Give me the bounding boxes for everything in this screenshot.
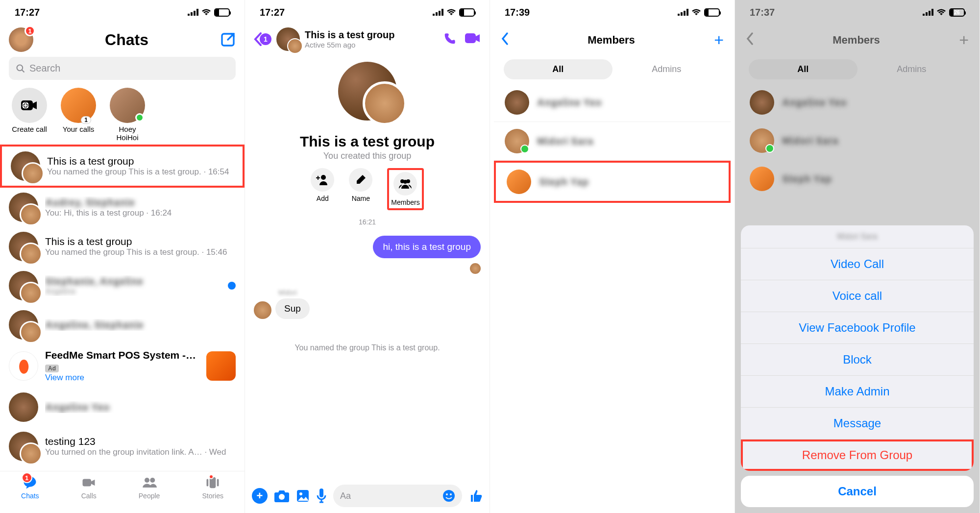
chat-item[interactable]: This is a test groupYou named the group … bbox=[0, 227, 245, 266]
chat-title: This is a test group bbox=[47, 155, 234, 167]
microphone-icon[interactable] bbox=[317, 489, 326, 503]
system-message: You named the group This is a test group… bbox=[245, 343, 490, 352]
tab-stories[interactable]: Stories bbox=[202, 475, 223, 500]
video-call-action[interactable]: Video Call bbox=[741, 248, 974, 280]
chat-avatar bbox=[11, 151, 40, 181]
svg-point-35 bbox=[446, 493, 448, 495]
chat-title: Angeline, Stephanie bbox=[45, 319, 236, 331]
status-bar: 17:27 27 bbox=[245, 0, 490, 24]
view-more-link[interactable]: View more bbox=[45, 373, 199, 383]
tab-bar: 1Chats Calls People Stories bbox=[0, 471, 245, 513]
video-call-icon[interactable] bbox=[465, 32, 481, 44]
chat-item[interactable]: Stephanie, AngelineAngeline bbox=[0, 266, 245, 305]
message-input-bar: + Aa bbox=[245, 485, 490, 507]
svg-rect-21 bbox=[439, 11, 441, 16]
battery-icon: 26 bbox=[704, 8, 720, 17]
group-created-text: You created this group bbox=[245, 151, 490, 161]
group-avatar-small[interactable] bbox=[276, 27, 300, 51]
story-label: Your calls bbox=[63, 125, 94, 133]
your-calls-button[interactable]: 1 Your calls bbox=[58, 88, 99, 142]
tab-admins[interactable]: Admins bbox=[612, 59, 721, 79]
tab-calls[interactable]: Calls bbox=[81, 475, 97, 500]
profile-avatar[interactable]: 1 bbox=[9, 27, 33, 52]
add-member-button[interactable]: + bbox=[959, 30, 969, 49]
cancel-button[interactable]: Cancel bbox=[741, 476, 974, 507]
chat-subtitle: Angeline bbox=[45, 287, 221, 296]
svg-rect-23 bbox=[465, 33, 476, 43]
members-button[interactable]: Members bbox=[387, 168, 423, 210]
member-row[interactable]: Steph Yap bbox=[494, 161, 731, 203]
status-time: 17:37 bbox=[750, 7, 923, 18]
svg-rect-2 bbox=[194, 11, 196, 16]
tab-people[interactable]: People bbox=[139, 475, 160, 500]
name-button[interactable]: Name bbox=[349, 168, 372, 210]
back-button[interactable] bbox=[746, 30, 754, 49]
voice-call-action[interactable]: Voice call bbox=[741, 280, 974, 312]
svg-rect-3 bbox=[196, 9, 198, 16]
chat-item[interactable]: Audrey, StephanieYou: Hi, this is a test… bbox=[0, 188, 245, 227]
back-button[interactable]: 1 bbox=[254, 32, 271, 46]
message-action[interactable]: Message bbox=[741, 408, 974, 440]
search-input[interactable]: Search bbox=[9, 57, 236, 80]
chat-avatar bbox=[9, 432, 38, 461]
member-avatar bbox=[750, 128, 774, 153]
member-row[interactable]: Steph Yap bbox=[739, 160, 976, 198]
call-icon[interactable] bbox=[442, 32, 456, 46]
video-icon bbox=[81, 475, 96, 490]
cellular-icon bbox=[678, 9, 688, 16]
compose-icon[interactable] bbox=[220, 32, 236, 48]
member-row[interactable]: Midori Sara bbox=[494, 122, 731, 161]
remove-from-group-action[interactable]: Remove From Group bbox=[741, 440, 974, 471]
emoji-icon[interactable] bbox=[442, 489, 455, 502]
sender-avatar[interactable] bbox=[254, 301, 271, 319]
members-header: Members + bbox=[735, 24, 980, 55]
svg-rect-20 bbox=[436, 12, 438, 16]
member-row[interactable]: Midori Sara bbox=[739, 122, 976, 160]
chat-item[interactable]: Angeline, Stephanie bbox=[0, 305, 245, 344]
add-button[interactable]: Add bbox=[311, 168, 334, 210]
chat-item-ad[interactable]: ⬮ FeedMe Smart POS System -… AdView more bbox=[0, 344, 245, 388]
camera-icon[interactable] bbox=[274, 489, 289, 502]
make-admin-action[interactable]: Make Admin bbox=[741, 376, 974, 408]
story-hoey[interactable]: Hoey HoiHoi bbox=[107, 88, 148, 142]
member-row[interactable]: Angeline Yeo bbox=[494, 83, 731, 122]
message-incoming[interactable]: Sup bbox=[275, 298, 310, 319]
chat-item[interactable]: This is a test groupYou named the group … bbox=[0, 145, 245, 188]
page-title: Chats bbox=[33, 31, 220, 49]
members-list: Angeline Yeo Midori Sara Steph Yap bbox=[490, 83, 735, 203]
chat-title-block[interactable]: This is a test groupActive 55m ago bbox=[305, 29, 438, 49]
svg-point-15 bbox=[150, 478, 155, 483]
tab-admins[interactable]: Admins bbox=[858, 59, 966, 79]
plus-button[interactable]: + bbox=[252, 488, 268, 504]
tab-dot-badge bbox=[209, 474, 214, 479]
screen-members-actionsheet: 17:37 26 Members + All Admins Angeline Y… bbox=[735, 0, 980, 513]
back-button[interactable] bbox=[501, 30, 509, 49]
tab-all[interactable]: All bbox=[504, 59, 612, 79]
svg-rect-18 bbox=[217, 479, 219, 487]
message-outgoing[interactable]: hi, this is a test group bbox=[373, 236, 481, 258]
chat-item[interactable]: testing 123You turned on the group invit… bbox=[0, 427, 245, 466]
add-member-button[interactable]: + bbox=[714, 30, 724, 49]
message-input[interactable]: Aa bbox=[333, 485, 462, 507]
tab-chats[interactable]: 1Chats bbox=[21, 475, 39, 500]
member-name: Steph Yap bbox=[782, 173, 832, 185]
status-bar: 17:39 26 bbox=[490, 0, 735, 24]
like-icon[interactable] bbox=[469, 489, 483, 503]
member-avatar bbox=[505, 90, 529, 115]
member-row[interactable]: Angeline Yeo bbox=[739, 83, 976, 122]
unread-indicator bbox=[228, 282, 236, 290]
group-actions-row: Add Name Members bbox=[245, 168, 490, 210]
sheet-title: Midori Sara bbox=[741, 225, 974, 248]
tab-all[interactable]: All bbox=[749, 59, 858, 79]
members-list: Angeline Yeo Midori Sara Steph Yap bbox=[735, 83, 980, 198]
chat-title: Stephanie, Angeline bbox=[45, 275, 221, 287]
search-icon bbox=[16, 64, 25, 73]
chat-header: 1 This is a test groupActive 55m ago bbox=[245, 24, 490, 57]
chat-item[interactable]: Angeline Yeo bbox=[0, 388, 245, 427]
gallery-icon[interactable] bbox=[296, 489, 310, 503]
view-profile-action[interactable]: View Facebook Profile bbox=[741, 312, 974, 344]
cellular-icon bbox=[433, 9, 443, 16]
create-call-button[interactable]: Create call bbox=[9, 88, 50, 142]
block-action[interactable]: Block bbox=[741, 344, 974, 376]
svg-rect-43 bbox=[929, 11, 931, 16]
